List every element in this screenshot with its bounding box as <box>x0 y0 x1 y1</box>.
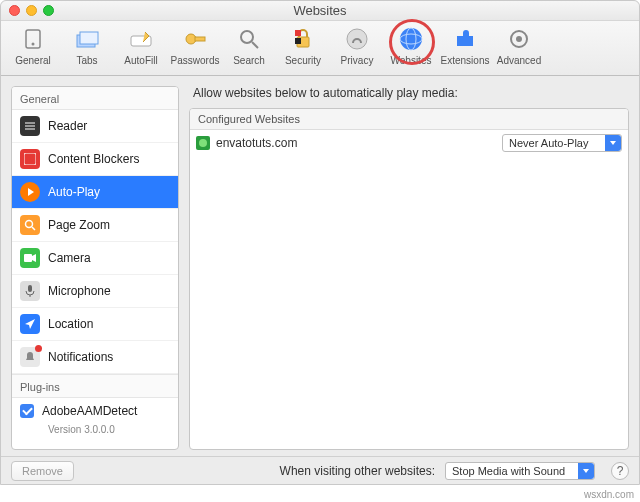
sidebar-label: Reader <box>48 119 87 133</box>
sidebar-location[interactable]: Location <box>12 308 178 341</box>
plugin-checkbox[interactable] <box>20 404 34 418</box>
page-zoom-icon <box>20 215 40 235</box>
advanced-icon <box>505 25 533 53</box>
notifications-icon-wrap <box>20 347 40 367</box>
camera-icon <box>20 248 40 268</box>
toolbar-privacy[interactable]: Privacy <box>331 25 383 66</box>
svg-point-7 <box>241 31 253 43</box>
sidebar-reader[interactable]: Reader <box>12 110 178 143</box>
svg-rect-21 <box>24 153 36 165</box>
sidebar: General Reader Content Blockers Auto-Pla… <box>11 86 179 450</box>
titlebar: Websites <box>1 1 639 21</box>
sidebar-notifications[interactable]: Notifications <box>12 341 178 374</box>
svg-rect-3 <box>80 32 98 44</box>
search-icon <box>235 25 263 53</box>
plugin-version: Version 3.0.0.0 <box>12 424 178 443</box>
pref-toolbar: General Tabs AutoFill Passwords Search S… <box>1 21 639 76</box>
svg-line-8 <box>252 42 258 48</box>
sidebar-label: Content Blockers <box>48 152 139 166</box>
svg-point-17 <box>516 36 522 42</box>
toolbar-autofill[interactable]: AutoFill <box>115 25 167 66</box>
svg-rect-28 <box>28 285 32 292</box>
svg-rect-26 <box>24 254 32 262</box>
svg-marker-30 <box>25 319 35 329</box>
sidebar-group-general: General <box>12 87 178 110</box>
svg-rect-10 <box>295 30 301 36</box>
row-setting-select[interactable]: Never Auto-Play <box>502 134 622 152</box>
sidebar-content-blockers[interactable]: Content Blockers <box>12 143 178 176</box>
microphone-icon <box>20 281 40 301</box>
sidebar-auto-play[interactable]: Auto-Play <box>12 176 178 209</box>
select-value: Never Auto-Play <box>509 137 588 149</box>
sidebar-label: Notifications <box>48 350 113 364</box>
sidebar-label: Camera <box>48 251 91 265</box>
main-pane: Allow websites below to automatically pl… <box>189 86 629 450</box>
svg-point-1 <box>32 43 35 46</box>
sidebar-label: Microphone <box>48 284 111 298</box>
sidebar-plugin-item[interactable]: AdobeAAMDetect <box>12 398 178 424</box>
remove-button[interactable]: Remove <box>11 461 74 481</box>
toolbar-extensions[interactable]: Extensions <box>439 25 491 66</box>
site-favicon <box>196 136 210 150</box>
svg-point-24 <box>26 221 33 228</box>
privacy-icon <box>343 25 371 53</box>
preferences-window: Websites General Tabs AutoFill Passwords… <box>0 0 640 485</box>
website-row[interactable]: envatotuts.com Never Auto-Play <box>190 130 628 156</box>
toolbar-websites[interactable]: Websites <box>385 25 437 66</box>
select-value: Stop Media with Sound <box>452 465 565 477</box>
svg-line-25 <box>32 227 35 230</box>
toolbar-security[interactable]: Security <box>277 25 329 66</box>
toolbar-advanced[interactable]: Advanced <box>493 25 545 66</box>
window-body: General Reader Content Blockers Auto-Pla… <box>1 76 639 456</box>
general-icon <box>19 25 47 53</box>
column-header: Configured Websites <box>190 109 628 130</box>
plugin-label: AdobeAAMDetect <box>42 404 137 418</box>
svg-rect-6 <box>195 37 205 41</box>
toolbar-tabs[interactable]: Tabs <box>61 25 113 66</box>
sidebar-group-plugins: Plug-ins <box>12 374 178 398</box>
chevron-down-icon <box>578 463 594 479</box>
passwords-icon <box>181 25 209 53</box>
configured-websites-list: Configured Websites envatotuts.com Never… <box>189 108 629 450</box>
reader-icon <box>20 116 40 136</box>
location-icon <box>20 314 40 334</box>
toolbar-general[interactable]: General <box>7 25 59 66</box>
main-header: Allow websites below to automatically pl… <box>189 86 629 108</box>
sidebar-camera[interactable]: Camera <box>12 242 178 275</box>
sidebar-page-zoom[interactable]: Page Zoom <box>12 209 178 242</box>
svg-rect-11 <box>295 38 301 44</box>
other-websites-select[interactable]: Stop Media with Sound <box>445 462 595 480</box>
sidebar-microphone[interactable]: Microphone <box>12 275 178 308</box>
sidebar-label: Auto-Play <box>48 185 100 199</box>
svg-marker-27 <box>32 254 36 262</box>
extensions-icon <box>451 25 479 53</box>
svg-marker-23 <box>28 188 34 196</box>
help-button[interactable]: ? <box>611 462 629 480</box>
toolbar-passwords[interactable]: Passwords <box>169 25 221 66</box>
toolbar-search[interactable]: Search <box>223 25 275 66</box>
notification-badge <box>35 345 42 352</box>
svg-point-13 <box>400 28 422 50</box>
chevron-down-icon <box>605 135 621 151</box>
security-icon <box>289 25 317 53</box>
content-blockers-icon <box>20 149 40 169</box>
tabs-icon <box>73 25 101 53</box>
site-name: envatotuts.com <box>216 136 297 150</box>
auto-play-icon <box>20 182 40 202</box>
websites-icon <box>397 25 425 53</box>
other-websites-label: When visiting other websites: <box>280 464 435 478</box>
window-title: Websites <box>1 3 639 18</box>
watermark: wsxdn.com <box>584 489 634 500</box>
sidebar-label: Page Zoom <box>48 218 110 232</box>
autofill-icon <box>127 25 155 53</box>
sidebar-label: Location <box>48 317 93 331</box>
bottom-bar: Remove When visiting other websites: Sto… <box>1 456 639 484</box>
